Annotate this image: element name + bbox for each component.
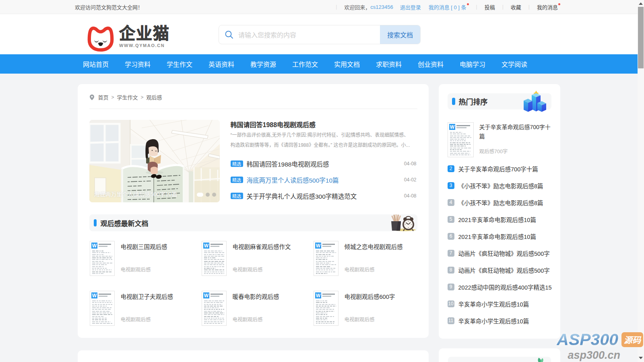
svg-text:W: W (316, 293, 320, 298)
svg-text:W: W (316, 243, 320, 249)
svg-text:W: W (204, 293, 208, 298)
svg-text:W: W (92, 243, 97, 249)
svg-text:W: W (450, 124, 454, 130)
svg-text:W: W (92, 293, 97, 298)
svg-text:W: W (204, 243, 208, 249)
